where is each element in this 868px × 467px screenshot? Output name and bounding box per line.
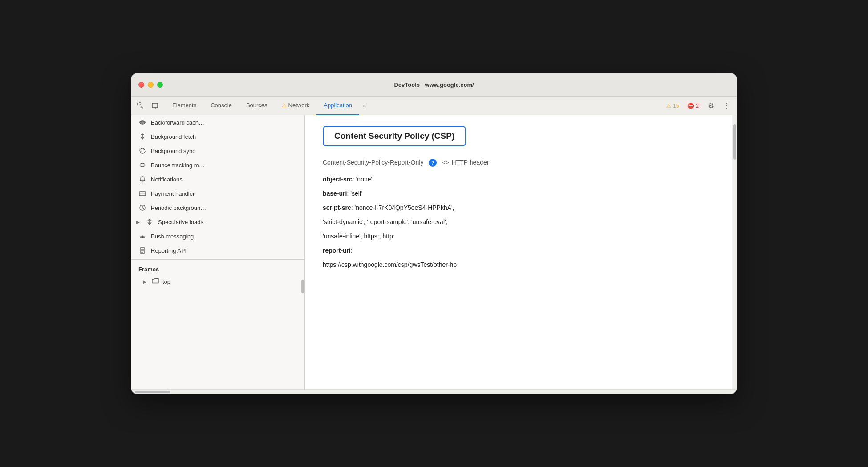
sidebar-scrollbar[interactable]	[301, 115, 304, 389]
directive-script-src-2: 'strict-dynamic', 'report-sample', 'unsa…	[323, 218, 719, 225]
sidebar-item-back-forward[interactable]: Back/forward cach…	[131, 115, 304, 129]
directive-report-uri: report-uri:	[323, 247, 719, 254]
reporting-icon	[138, 246, 146, 254]
ellipsis-icon: ⋮	[723, 101, 730, 110]
directive-value: :	[351, 247, 353, 254]
payment-icon	[138, 189, 146, 197]
sidebar-label: Reporting API	[151, 247, 187, 254]
main-scrollbar-thumb	[733, 124, 736, 160]
error-badge[interactable]: ⛔ 2	[685, 102, 701, 109]
directive-value: 'unsafe-inline', https:, http:	[323, 233, 395, 240]
bounce-icon	[138, 161, 146, 169]
sidebar-item-push[interactable]: Push messaging	[131, 229, 304, 243]
frames-folder-icon	[152, 278, 159, 286]
error-icon: ⛔	[687, 103, 694, 109]
devtools-main: Elements Console Sources ⚠ Network Appli…	[131, 97, 737, 394]
title-bar: DevTools - www.google.com/	[131, 73, 737, 97]
directive-value: : 'nonce-I-7rK04QpY5oeS4-HPPkhA',	[351, 204, 454, 211]
svg-rect-8	[139, 192, 146, 196]
tab-application[interactable]: Application	[316, 97, 359, 115]
directive-key: script-src	[323, 204, 351, 211]
sidebar-item-bg-sync[interactable]: Background sync	[131, 144, 304, 158]
csp-directives: object-src: 'none' base-uri: 'self' scri…	[323, 176, 719, 268]
tabs-bar: Elements Console Sources ⚠ Network Appli…	[131, 97, 737, 115]
svg-rect-0	[138, 102, 140, 105]
more-options-button[interactable]: ⋮	[721, 100, 733, 112]
code-brackets-icon: <>	[442, 159, 449, 166]
window-title: DevTools - www.google.com/	[394, 81, 474, 88]
sidebar-label: Bounce tracking m…	[151, 162, 205, 169]
directive-key: base-uri	[323, 190, 347, 197]
sidebar-item-bg-fetch[interactable]: Background fetch	[131, 129, 304, 144]
bg-sync-icon	[138, 147, 146, 155]
back-forward-icon	[138, 118, 146, 126]
maximize-button[interactable]	[157, 82, 163, 88]
more-tabs-button[interactable]: »	[359, 97, 369, 115]
help-icon[interactable]: ?	[429, 159, 437, 167]
inspect-element-button[interactable]	[135, 100, 147, 112]
policy-row: Content-Security-Policy-Report-Only ? <>…	[323, 159, 719, 167]
directive-script-src: script-src: 'nonce-I-7rK04QpY5oeS4-HPPkh…	[323, 204, 719, 211]
directive-base-uri: base-uri: 'self'	[323, 190, 719, 197]
directive-key: object-src	[323, 176, 353, 183]
network-warning-icon: ⚠	[282, 102, 287, 109]
frames-top-label: top	[162, 278, 170, 285]
sidebar-label: Periodic backgroun…	[151, 205, 206, 211]
warning-badge[interactable]: ⚠ 15	[664, 101, 681, 110]
speculative-icon	[146, 218, 154, 226]
svg-rect-2	[154, 108, 156, 109]
tab-icons	[135, 100, 162, 112]
sidebar-item-reporting[interactable]: Reporting API	[131, 243, 304, 258]
expand-arrow-icon: ▶	[135, 219, 141, 225]
sidebar-label: Background sync	[151, 148, 195, 154]
sidebar: Back/forward cach… Background fetch	[131, 115, 305, 389]
frames-expand-icon: ▶	[142, 279, 148, 285]
tab-elements[interactable]: Elements	[165, 97, 203, 115]
directive-key: report-uri	[323, 247, 351, 254]
sidebar-label: Speculative loads	[158, 219, 203, 225]
sidebar-label: Notifications	[151, 176, 183, 183]
warning-icon: ⚠	[666, 103, 671, 109]
traffic-lights	[138, 82, 163, 88]
main-scrollbar[interactable]	[732, 115, 737, 389]
svg-rect-1	[152, 103, 158, 108]
sidebar-item-bounce[interactable]: Bounce tracking m…	[131, 158, 304, 172]
horizontal-scrollbar-thumb	[135, 391, 170, 393]
content-area: Back/forward cach… Background fetch	[131, 115, 737, 389]
directive-value: 'strict-dynamic', 'report-sample', 'unsa…	[323, 218, 448, 225]
sidebar-item-notifications[interactable]: Notifications	[131, 172, 304, 186]
sidebar-item-periodic[interactable]: Periodic backgroun…	[131, 201, 304, 215]
csp-title: Content Security Policy (CSP)	[323, 126, 466, 146]
device-toolbar-button[interactable]	[149, 100, 162, 112]
sidebar-label: Payment handler	[151, 190, 195, 197]
sidebar-label: Background fetch	[151, 133, 196, 140]
tab-network[interactable]: ⚠ Network	[275, 97, 317, 115]
toolbar-right: ⚠ 15 ⛔ 2 ⚙ ⋮	[664, 100, 733, 112]
devtools-window: DevTools - www.google.com/	[131, 73, 737, 394]
settings-button[interactable]: ⚙	[705, 100, 717, 112]
frames-top-item[interactable]: ▶ top	[131, 275, 304, 288]
periodic-icon	[138, 204, 146, 212]
http-header-label: <> HTTP header	[442, 159, 489, 166]
tab-sources[interactable]: Sources	[239, 97, 275, 115]
directive-object-src: object-src: 'none'	[323, 176, 719, 183]
gear-icon: ⚙	[708, 101, 714, 110]
sidebar-label: Push messaging	[151, 233, 194, 240]
policy-label: Content-Security-Policy-Report-Only	[323, 159, 423, 166]
sidebar-item-speculative[interactable]: ▶ Speculative loads	[131, 215, 304, 229]
bg-fetch-icon	[138, 133, 146, 141]
tab-console[interactable]: Console	[203, 97, 239, 115]
sidebar-scrollbar-thumb	[301, 280, 304, 293]
directive-value: : 'none'	[353, 176, 372, 183]
notifications-icon	[138, 175, 146, 183]
directive-report-uri-val: https://csp.withgoogle.com/csp/gwsTest/o…	[323, 261, 719, 268]
frames-section: Frames ▶ top	[131, 259, 304, 288]
sidebar-label: Back/forward cach…	[151, 119, 204, 126]
minimize-button[interactable]	[148, 82, 154, 88]
horizontal-scrollbar[interactable]	[131, 389, 737, 394]
close-button[interactable]	[138, 82, 144, 88]
sidebar-item-payment[interactable]: Payment handler	[131, 186, 304, 201]
frames-header: Frames	[131, 263, 304, 275]
directive-value: : 'self'	[347, 190, 362, 197]
directive-script-src-3: 'unsafe-inline', https:, http:	[323, 233, 719, 240]
